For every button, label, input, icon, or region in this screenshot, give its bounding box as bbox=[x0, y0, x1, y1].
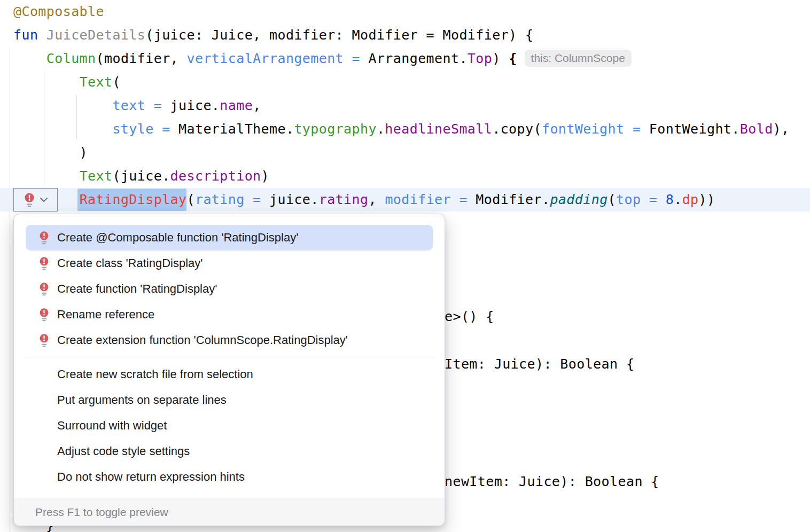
menu-item-label: Create function 'RatingDisplay' bbox=[57, 282, 217, 296]
code-token: JuiceDetails bbox=[46, 27, 145, 43]
code-fragment: newItem: Juice): Boolean { bbox=[445, 470, 659, 494]
code-line: RatingDisplay(rating = juice.rating, mod… bbox=[0, 188, 790, 212]
code-token: Modifier. bbox=[476, 192, 550, 207]
code-token: Top bbox=[468, 51, 492, 66]
error-lightbulb-icon bbox=[37, 333, 50, 347]
code-token: . bbox=[674, 192, 682, 207]
code-token: rating bbox=[319, 192, 369, 207]
intention-action-item[interactable]: Create function 'RatingDisplay' bbox=[26, 276, 433, 302]
code-token: ) bbox=[261, 168, 269, 184]
menu-separator bbox=[24, 357, 435, 357]
code-token: .copy( bbox=[492, 121, 542, 137]
intention-action-item[interactable]: Surround with widget bbox=[26, 413, 433, 439]
code-token: juice. bbox=[170, 98, 220, 113]
code-token: ( bbox=[608, 192, 616, 207]
menu-item-label: Surround with widget bbox=[57, 419, 167, 433]
code-line: text = juice.name, bbox=[0, 94, 790, 118]
code-token: (juice: Juice, modifier: Modifier = Modi… bbox=[145, 27, 533, 43]
code-token: (modifier, bbox=[96, 51, 187, 66]
menu-item-label: Create new scratch file from selection bbox=[57, 367, 253, 381]
code-token: Column bbox=[46, 51, 96, 66]
code-token: = bbox=[145, 98, 170, 113]
code-token: text bbox=[112, 98, 145, 113]
footer-hint-text: Press F1 to toggle preview bbox=[35, 506, 168, 519]
intention-actions-popup: Create @Composable function 'RatingDispl… bbox=[13, 214, 445, 526]
code-token: fun bbox=[13, 27, 46, 43]
code-token: ) bbox=[13, 145, 88, 160]
code-fragment: e>() { bbox=[445, 305, 494, 328]
error-lightbulb-icon bbox=[37, 282, 50, 296]
code-token: @Composable bbox=[13, 4, 104, 19]
code-token: RatingDisplay bbox=[80, 192, 187, 207]
code-token: (juice. bbox=[112, 168, 170, 184]
code-token: padding bbox=[550, 192, 608, 207]
code-token bbox=[13, 51, 46, 66]
code-token: , bbox=[368, 192, 385, 207]
intention-actions-list: Create @Composable function 'RatingDispl… bbox=[14, 214, 445, 490]
code-token bbox=[13, 121, 112, 137]
menu-item-label: Do not show return expression hints bbox=[57, 470, 245, 484]
code-token: Bold bbox=[740, 121, 773, 137]
code-token: headlineSmall bbox=[385, 121, 492, 137]
code-token: = bbox=[245, 192, 269, 207]
code-token: name bbox=[220, 98, 253, 113]
code-token: = bbox=[344, 51, 368, 66]
intention-action-item[interactable]: Create @Composable function 'RatingDispl… bbox=[26, 225, 433, 251]
code-token: top bbox=[616, 192, 641, 207]
code-token: ), bbox=[773, 121, 790, 137]
code-token: = bbox=[624, 121, 649, 137]
code-token: MaterialTheme. bbox=[178, 121, 294, 137]
popup-footer: Press F1 to toggle preview bbox=[14, 498, 445, 526]
code-token: = bbox=[154, 121, 178, 137]
code-token: juice. bbox=[269, 192, 319, 207]
intention-action-item[interactable]: Create new scratch file from selection bbox=[26, 362, 433, 387]
code-token: verticalArrangement bbox=[187, 51, 344, 66]
code-token bbox=[13, 74, 80, 90]
code-line: Text( bbox=[0, 71, 790, 94]
intention-action-item[interactable]: Create class 'RatingDisplay' bbox=[26, 251, 433, 276]
editor-window: @Composablefun JuiceDetails(juice: Juice… bbox=[0, 0, 810, 532]
intention-action-item[interactable]: Put arguments on separate lines bbox=[26, 387, 433, 413]
columnscope-hint-pill: this: ColumnScope bbox=[525, 50, 632, 67]
code-token: = bbox=[641, 192, 665, 207]
intention-action-item[interactable]: Do not show return expression hints bbox=[26, 464, 433, 490]
code-token: . bbox=[377, 121, 385, 137]
code-token bbox=[13, 168, 80, 184]
menu-item-label: Create class 'RatingDisplay' bbox=[57, 256, 203, 270]
code-fragment: Item: Juice): Boolean { bbox=[445, 353, 634, 376]
code-lines: @Composablefun JuiceDetails(juice: Juice… bbox=[0, 0, 790, 212]
intention-bulb-button[interactable] bbox=[13, 188, 58, 212]
code-token: ) bbox=[492, 51, 509, 66]
code-token: description bbox=[170, 168, 261, 184]
code-token: ( bbox=[187, 192, 195, 207]
code-token: FontWeight. bbox=[649, 121, 740, 137]
code-token: )) bbox=[699, 192, 715, 207]
error-lightbulb-icon bbox=[24, 192, 35, 207]
code-line: @Composable bbox=[0, 0, 790, 24]
intention-action-item[interactable]: Create extension function 'ColumnScope.R… bbox=[26, 327, 433, 353]
code-token: ( bbox=[112, 74, 120, 90]
code-token: modifier bbox=[385, 192, 451, 207]
code-line: ) bbox=[0, 141, 790, 165]
code-line: Text(juice.description) bbox=[0, 165, 790, 188]
code-token: Text bbox=[80, 74, 113, 90]
code-line: style = MaterialTheme.typography.headlin… bbox=[0, 118, 790, 141]
code-token: dp bbox=[682, 192, 699, 207]
error-lightbulb-icon bbox=[37, 256, 50, 270]
menu-item-label: Adjust code style settings bbox=[57, 444, 190, 458]
error-lightbulb-icon bbox=[37, 231, 50, 245]
code-token: = bbox=[451, 192, 476, 207]
intention-action-item[interactable]: Rename reference bbox=[26, 302, 433, 327]
code-token: style bbox=[112, 121, 153, 137]
menu-item-label: Rename reference bbox=[57, 308, 154, 322]
intention-action-item[interactable]: Adjust code style settings bbox=[26, 439, 433, 464]
code-token: typography bbox=[294, 121, 377, 137]
code-token: rating bbox=[195, 192, 245, 207]
chevron-down-icon bbox=[40, 197, 48, 202]
code-token: Arrangement. bbox=[368, 51, 467, 66]
code-token: 8 bbox=[666, 192, 674, 207]
code-token: Text bbox=[80, 168, 113, 184]
menu-item-label: Create @Composable function 'RatingDispl… bbox=[57, 231, 298, 245]
code-line: Column(modifier, verticalArrangement = A… bbox=[0, 47, 790, 71]
code-token: { bbox=[509, 51, 517, 66]
